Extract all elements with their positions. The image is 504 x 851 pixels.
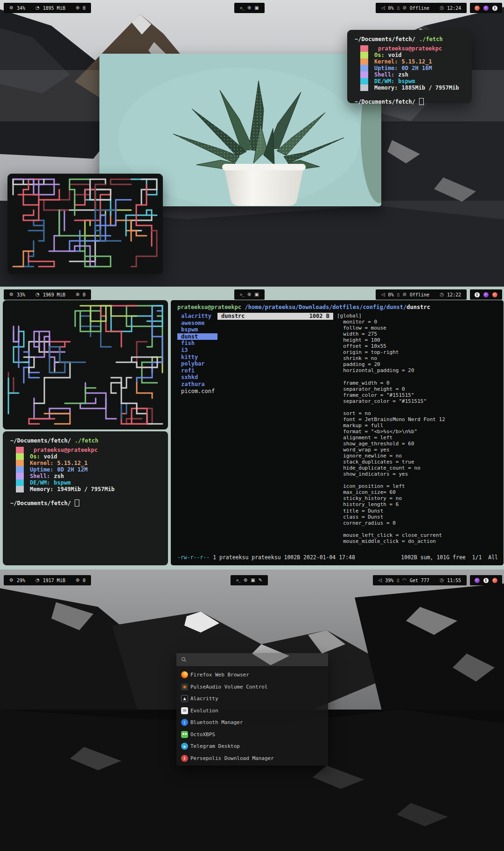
- preview-line: height = 100: [337, 337, 499, 343]
- bluetooth-tray-icon[interactable]: ᛒ: [475, 292, 480, 297]
- cpu-usage: 29%: [17, 578, 25, 583]
- prompt-path: ~/Documents/fetch/: [355, 98, 415, 105]
- preview-line: frame_width = 0: [337, 380, 499, 386]
- cpu-usage: 33%: [17, 292, 25, 297]
- editor-launcher-icon[interactable]: [259, 578, 262, 583]
- desktop-2: 33% 1969 MiB 0 0% Offline 12:22 ᛒ: [0, 287, 504, 570]
- pipes-art: [3, 300, 168, 429]
- clock-icon: [440, 6, 444, 10]
- cpu-usage: 34%: [17, 6, 25, 11]
- battery-icon: [397, 578, 399, 583]
- directory-entry[interactable]: sxhkd: [177, 374, 217, 381]
- terminal-launcher-icon[interactable]: [240, 292, 244, 297]
- header-spacer: [241, 304, 245, 310]
- directory-entry[interactable]: alacritty: [177, 313, 217, 320]
- clock-icon: [440, 292, 444, 297]
- pipes-terminal-window[interactable]: [7, 174, 163, 274]
- browser-launcher-icon[interactable]: [247, 292, 251, 297]
- fetch-value: bspwm: [54, 479, 70, 486]
- directory-entry[interactable]: picom.conf: [177, 388, 217, 395]
- updates-icon: [76, 6, 79, 10]
- app-list-item[interactable]: OctoXBPS: [176, 729, 328, 741]
- directory-entry[interactable]: awesome: [177, 320, 217, 327]
- browser-launcher-icon[interactable]: [244, 578, 247, 583]
- directory-entry[interactable]: polybar: [177, 360, 217, 367]
- app-list-item[interactable]: Bluetooth Manager: [176, 717, 328, 729]
- preview-line: alignment = left: [337, 435, 499, 441]
- updates-count: 0: [83, 292, 85, 297]
- preview-line: [global]: [337, 313, 499, 319]
- directory-entry[interactable]: zathura: [177, 381, 217, 388]
- preview-line: shrink = no: [337, 355, 499, 361]
- app-list-item[interactable]: Telegram Desktop: [176, 740, 328, 753]
- files-launcher-icon[interactable]: [254, 292, 259, 297]
- file-manager-window[interactable]: prateeksu@prateekpc /home/prateeksu/Down…: [171, 300, 504, 565]
- tray-app-purple-icon[interactable]: [483, 292, 489, 297]
- fetch-line: Kernel: 5.15.12_1: [10, 460, 161, 466]
- app-name: Firefox Web Browser: [190, 672, 249, 678]
- browser-launcher-icon[interactable]: [247, 6, 251, 10]
- file-status-details: 1 prateeksu prateeksu 1002B 2022-01-04 1…: [210, 554, 355, 561]
- shell-prompt: ~/Documents/fetch/ ./fetch: [10, 437, 161, 444]
- app-list-item[interactable]: Firefox Web Browser: [176, 669, 328, 681]
- terminal-launcher-icon[interactable]: [236, 578, 240, 583]
- bluetooth-tray-icon[interactable]: ᛒ: [483, 578, 489, 583]
- fetch-label: Uptime:: [374, 65, 398, 71]
- app-icon: [181, 743, 188, 750]
- fetch-value: void: [388, 52, 402, 58]
- clock-time: 12:22: [447, 292, 461, 297]
- directory-entry[interactable]: i3: [177, 347, 217, 354]
- preview-line: font = JetBrainsMono Nerd Font 12: [337, 416, 499, 422]
- app-list-item[interactable]: Alacritty: [176, 693, 328, 705]
- directory-entry[interactable]: rofi: [177, 367, 217, 374]
- preview-line: padding = 20: [337, 361, 499, 367]
- rofi-search-bar[interactable]: [176, 653, 328, 666]
- pipes-terminal-window[interactable]: [3, 300, 168, 429]
- directory-entry[interactable]: kitty: [177, 354, 217, 361]
- tray-app-red-icon[interactable]: [492, 578, 497, 583]
- app-list-item[interactable]: PulseAudio Volume Control: [176, 681, 328, 693]
- fetch-value: 0D 2H 12M: [57, 466, 88, 473]
- fetch-terminal-window[interactable]: ~/Documents/fetch/ ./fetch prateeksu@pra…: [3, 431, 168, 565]
- tray-app-purple-icon[interactable]: [483, 6, 489, 11]
- app-list-item[interactable]: Persepolis Download Manager: [176, 753, 328, 765]
- rofi-launcher: Firefox Web Browser PulseAudio Volume Co…: [176, 653, 328, 766]
- preview-line: follow = mouse: [337, 325, 499, 331]
- terminal-cursor: [419, 98, 424, 105]
- bluetooth-tray-icon[interactable]: ᛒ: [492, 6, 497, 11]
- terminal-launcher-icon[interactable]: [240, 6, 244, 10]
- cpu-icon: [9, 6, 14, 10]
- tray-app-red-icon[interactable]: [492, 292, 497, 297]
- files-launcher-icon[interactable]: [254, 6, 259, 10]
- preview-line: separator_height = 0: [337, 386, 499, 392]
- tray-app-red-icon[interactable]: [475, 6, 480, 11]
- fetch-line: Os: void: [355, 52, 464, 58]
- app-name: Evolution: [190, 708, 218, 714]
- files-launcher-icon[interactable]: [251, 578, 255, 583]
- preview-line: title = Dunst: [337, 508, 499, 514]
- app-icon: [181, 719, 188, 726]
- preview-line: offset = 10x55: [337, 343, 499, 349]
- fetch-value: 5.15.12_1: [402, 58, 432, 65]
- directory-entry[interactable]: bspwm: [177, 326, 217, 333]
- battery-icon: [397, 292, 399, 297]
- fetch-value: 5.15.12_1: [57, 460, 88, 466]
- color-block: [16, 473, 24, 479]
- preview-line: hide_duplicate_count = no: [337, 465, 499, 471]
- preview-line: sort = no: [337, 410, 499, 416]
- current-file: dunstrc: [406, 304, 430, 310]
- prompt-path: ~/Documents/fetch/: [10, 437, 71, 444]
- fetch-output: prateeksu@prateekpc Os: void Kernel: 5.1…: [355, 45, 464, 91]
- directory-entry[interactable]: dunst: [177, 333, 217, 340]
- app-list-item[interactable]: Evolution: [176, 705, 328, 717]
- fetch-line: DE/WM: bspwm: [355, 78, 464, 84]
- fetch-terminal-window[interactable]: ~/Documents/fetch/ ./fetch prateeksu@pra…: [347, 30, 472, 103]
- app-name: Alacritty: [190, 696, 218, 702]
- selected-file-row[interactable]: dunstrc 1002 B: [217, 313, 333, 320]
- preview-line: class = Dunst: [337, 514, 499, 520]
- volume-level: 0%: [388, 292, 394, 297]
- shell-prompt: ~/Documents/fetch/ ./fetch: [355, 36, 464, 42]
- tray-app-purple-icon[interactable]: [475, 578, 480, 583]
- directory-entry[interactable]: fish: [177, 340, 217, 347]
- selected-file-size: 1002 B: [309, 313, 329, 320]
